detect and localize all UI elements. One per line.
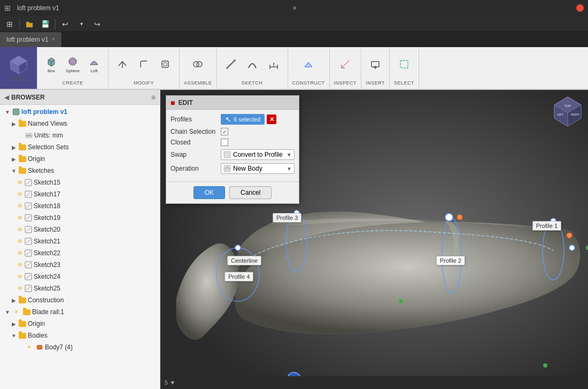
create-sphere-icon[interactable]: Sphere — [63, 54, 82, 75]
units-icon: mm — [25, 131, 33, 140]
svg-line-38 — [26, 216, 30, 219]
open-button[interactable] — [22, 18, 37, 30]
profiles-count: 6 selected — [234, 116, 260, 123]
eye-icon-sketch15[interactable]: 👁 — [17, 179, 23, 186]
expand-icon-selection-sets[interactable]: ▶ — [11, 144, 17, 150]
tree-item-sketch23[interactable]: 👁 Sketch23 — [0, 259, 160, 271]
tab-loft-problem[interactable]: loft problem v1 × — [0, 32, 62, 47]
tree-item-body7[interactable]: 👁 Body7 (4) — [0, 341, 160, 353]
eye-icon-sketch22[interactable]: 👁 — [17, 250, 23, 256]
eye-icon-sketch25[interactable]: 👁 — [17, 285, 23, 292]
closed-checkbox[interactable] — [221, 139, 228, 146]
expand-icon-bodies[interactable]: ▼ — [11, 332, 17, 339]
sketch-dimension-icon[interactable] — [264, 54, 283, 75]
tree-item-sketch22[interactable]: 👁 Sketch22 — [0, 247, 160, 259]
expand-icon-blade-rail[interactable]: ▼ — [4, 309, 11, 315]
expand-icon-construction[interactable]: ▶ — [11, 297, 17, 303]
operation-dropdown[interactable]: New Body ▼ — [221, 163, 295, 174]
operation-content: New Body ▼ — [221, 163, 295, 174]
browser-nav-back[interactable]: ◀ — [4, 94, 9, 101]
tree-item-selection-sets[interactable]: ▶ Selection Sets — [0, 141, 160, 153]
swap-dropdown[interactable]: Convert to Profile ▼ — [221, 149, 295, 160]
eye-icon-sketch17[interactable]: 👁 — [17, 191, 23, 197]
title-bar: ⊞ loft problem v1 × — [0, 0, 588, 16]
expand-icon-named-views[interactable]: ▶ — [11, 120, 17, 127]
tab-close-btn[interactable]: × — [289, 4, 300, 12]
record-button[interactable] — [576, 4, 584, 12]
nav-cube[interactable]: TOP RIGHT LEFT — [552, 94, 584, 126]
status-count[interactable]: 5 ▼ — [165, 379, 175, 386]
eye-icon-sketch24[interactable]: 👁 — [17, 273, 23, 280]
tree-item-sketch15[interactable]: 👁 Sketch15 — [0, 177, 160, 188]
sketches-label: Sketches — [28, 167, 54, 174]
tree-item-named-views[interactable]: ▶ Named Views — [0, 118, 160, 129]
modify-fillet-icon[interactable] — [134, 54, 153, 75]
sketch-line-icon[interactable] — [221, 54, 241, 75]
swap-dropdown-arrow: ▼ — [287, 152, 292, 158]
tree-item-blade-rail[interactable]: ▼ 👁 Blade rail:1 — [0, 306, 160, 318]
grid-icon[interactable]: ⊞ — [2, 18, 17, 30]
redo-button[interactable]: ↪ — [90, 18, 105, 30]
tree-item-sketch21[interactable]: 👁 Sketch21 — [0, 235, 160, 247]
expand-icon-origin[interactable]: ▶ — [11, 156, 17, 162]
select-icon[interactable] — [394, 54, 414, 75]
tree-item-units[interactable]: mm Units: mm — [0, 129, 160, 141]
clear-profiles-button[interactable]: ✕ — [267, 115, 276, 124]
inspect-measure-icon[interactable] — [336, 54, 355, 75]
construct-plane-icon[interactable] — [299, 54, 318, 75]
undo-button[interactable]: ↩ — [58, 18, 73, 30]
svg-line-32 — [26, 181, 30, 184]
eye-icon-sketch20[interactable]: 👁 — [17, 226, 23, 233]
cancel-button[interactable]: Cancel — [229, 186, 272, 199]
tree-item-root[interactable]: ▼ loft problem v1 — [0, 106, 160, 118]
modify-shell-icon[interactable] — [156, 54, 175, 75]
model-home[interactable]: MODEL — [0, 47, 37, 89]
tree-item-sketch18[interactable]: 👁 Sketch18 — [0, 200, 160, 212]
profiles-content: ↖ 6 selected ✕ — [221, 114, 295, 125]
tree-item-sketch19[interactable]: 👁 Sketch19 — [0, 212, 160, 224]
svg-line-21 — [342, 60, 349, 68]
create-loft-icon[interactable]: Loft — [84, 54, 104, 75]
expand-icon-root[interactable]: ▼ — [4, 109, 11, 115]
tree-item-sketch25[interactable]: 👁 Sketch25 — [0, 283, 160, 294]
tree-item-construction[interactable]: ▶ Construction — [0, 294, 160, 306]
chain-selection-label: Chain Selection — [171, 128, 219, 135]
toolbar-separator — [19, 19, 20, 29]
tree-item-sketch20[interactable]: 👁 Sketch20 — [0, 224, 160, 235]
construct-label: CONSTRUCT — [292, 80, 325, 87]
tree-item-sketches[interactable]: ▼ Sketches — [0, 165, 160, 177]
assemble-icon1[interactable] — [188, 54, 207, 75]
viewport[interactable]: Profile 1 Profile 2 Profile 3 Centerline… — [160, 90, 588, 389]
select-label: SELECT — [394, 80, 414, 87]
svg-rect-10 — [162, 61, 168, 67]
closed-label: Closed — [171, 139, 219, 146]
select-section: SELECT — [390, 47, 419, 89]
svg-text:RIGHT: RIGHT — [571, 113, 579, 116]
eye-icon-sketch21[interactable]: 👁 — [17, 238, 23, 245]
sketch-arc-icon[interactable] — [243, 54, 262, 75]
profiles-selection-badge[interactable]: ↖ 6 selected — [221, 114, 265, 125]
insert-icon[interactable] — [366, 54, 385, 75]
expand-icon-origin2[interactable]: ▶ — [11, 321, 17, 327]
modify-press-pull-icon[interactable] — [113, 54, 132, 75]
undo-dropdown[interactable]: ▾ — [74, 18, 89, 30]
edit-dialog: ■ EDIT Profiles ↖ 6 selected ✕ — [166, 95, 299, 204]
save-button[interactable] — [38, 18, 53, 30]
expand-icon-sketches[interactable]: ▼ — [11, 167, 17, 174]
eye-icon-sketch18[interactable]: 👁 — [17, 203, 23, 209]
tree-item-origin[interactable]: ▶ Origin — [0, 153, 160, 165]
eye-icon-sketch23[interactable]: 👁 — [17, 262, 23, 268]
tree-item-sketch17[interactable]: 👁 Sketch17 — [0, 188, 160, 200]
browser-collapse[interactable]: ≡ — [151, 93, 156, 102]
create-label: CREATE — [63, 80, 83, 87]
ok-button[interactable]: OK — [194, 186, 225, 199]
chain-selection-checkbox[interactable] — [221, 128, 228, 135]
eye-icon-sketch19[interactable]: 👁 — [17, 215, 23, 221]
tree-item-sketch24[interactable]: 👁 Sketch24 — [0, 271, 160, 283]
tree-item-origin2[interactable]: ▶ Origin — [0, 318, 160, 330]
tree-item-bodies[interactable]: ▼ Bodies — [0, 330, 160, 341]
sketch-label: SKETCH — [242, 80, 263, 87]
tab-close-icon[interactable]: × — [52, 36, 55, 42]
dialog-row-profiles: Profiles ↖ 6 selected ✕ — [171, 114, 295, 125]
create-box-icon[interactable]: Box — [42, 54, 61, 75]
